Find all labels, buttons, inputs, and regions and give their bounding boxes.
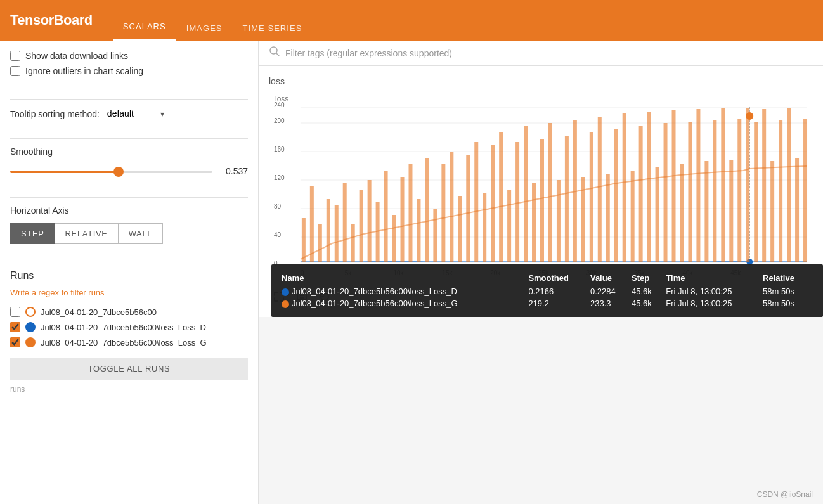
smoothing-slider[interactable] (10, 171, 212, 173)
svg-rect-80 (721, 108, 725, 262)
run-item-3: Jul08_04-01-20_7dbce5b56c00\loss_Loss_G (10, 337, 248, 347)
tooltip-cell-step-2: 45.6k (632, 297, 666, 309)
svg-rect-54 (507, 190, 511, 262)
smoothing-value: 0.537 (217, 166, 248, 178)
svg-text:40: 40 (274, 231, 282, 238)
nav-item-scalars[interactable]: SCALARS (113, 22, 176, 41)
divider-3 (10, 197, 248, 198)
app-header: TensorBoard SCALARS IMAGES TIME SERIES (0, 0, 823, 41)
run-checkbox-2[interactable] (10, 322, 20, 332)
svg-rect-78 (704, 161, 708, 262)
tooltip-col-smoothed: Smoothed (528, 272, 590, 285)
chart-container: loss 0 40 80 120 160 200 240 (269, 91, 813, 281)
svg-rect-45 (433, 209, 437, 262)
svg-rect-33 (335, 205, 339, 262)
filter-bar (259, 41, 823, 66)
show-download-checkbox[interactable] (10, 51, 20, 61)
svg-rect-76 (688, 122, 692, 262)
divider-4 (10, 262, 248, 262)
axis-wall-button[interactable]: WALL (118, 223, 164, 244)
svg-rect-67 (614, 129, 618, 262)
horizontal-axis-label: Horizontal Axis (10, 205, 248, 216)
svg-rect-38 (376, 202, 380, 262)
svg-rect-51 (483, 193, 486, 262)
svg-rect-68 (623, 113, 626, 262)
tooltip-section: Tooltip sorting method: default ascendin… (10, 107, 248, 120)
svg-rect-36 (360, 190, 363, 262)
svg-rect-43 (417, 199, 420, 262)
tooltip-cell-time-1: Fri Jul 8, 13:00:25 (666, 285, 763, 297)
search-icon (269, 46, 280, 60)
tooltip-sorting-row: Tooltip sorting method: default ascendin… (10, 107, 248, 120)
horizontal-axis-section: Horizontal Axis STEP RELATIVE WALL (10, 205, 248, 244)
tooltip-col-relative: Relative (763, 272, 813, 285)
svg-rect-66 (606, 174, 610, 262)
tooltip-sorting-select[interactable]: default ascending descending (105, 107, 165, 120)
svg-rect-85 (762, 109, 766, 262)
smoothing-slider-wrapper (10, 164, 212, 179)
show-download-label: Show data download links (25, 51, 128, 61)
tooltip-cell-smoothed-1: 0.2166 (528, 285, 590, 297)
nav-item-images[interactable]: IMAGES (176, 23, 233, 41)
tooltip-cell-smoothed-2: 219.2 (528, 297, 590, 309)
runs-section: Runs Jul08_04-01-20_7dbce5b56c00 Jul08_0… (10, 270, 248, 494)
svg-rect-31 (318, 224, 322, 262)
axis-relative-button[interactable]: RELATIVE (55, 223, 119, 244)
svg-rect-70 (639, 126, 643, 262)
svg-rect-41 (401, 177, 405, 262)
svg-text:160: 160 (274, 146, 285, 153)
runs-title: Runs (10, 270, 248, 281)
tooltip-cell-value-1: 0.2284 (590, 285, 632, 297)
svg-rect-32 (327, 199, 330, 262)
toggle-all-button[interactable]: TOGGLE ALL RUNS (10, 358, 248, 380)
smoothing-label: Smoothing (10, 146, 248, 157)
run-checkbox-3[interactable] (10, 337, 20, 347)
tooltip-row-2: Jul08_04-01-20_7dbce5b56c00\loss_Loss_G … (282, 297, 813, 309)
run-checkbox-1[interactable] (10, 307, 20, 317)
chart-card-title: loss (269, 76, 813, 86)
divider-2 (10, 138, 248, 139)
smoothing-section: Smoothing 0.537 (10, 146, 248, 179)
svg-rect-44 (425, 158, 429, 262)
svg-rect-65 (598, 117, 602, 262)
tooltip-cell-step-1: 45.6k (632, 285, 666, 297)
run-label-1: Jul08_04-01-20_7dbce5b56c00 (41, 307, 157, 317)
svg-rect-57 (532, 183, 536, 262)
svg-text:200: 200 (274, 117, 285, 124)
sidebar: Show data download links Ignore outliers… (0, 41, 259, 504)
ignore-outliers-checkbox[interactable] (10, 66, 20, 76)
main-layout: Show data download links Ignore outliers… (0, 41, 823, 504)
svg-rect-81 (729, 160, 733, 262)
sidebar-footer: runs (10, 385, 248, 394)
tooltip-cell-relative-1: 58m 50s (763, 285, 813, 297)
tooltip-cell-time-2: Fri Jul 8, 13:00:25 (666, 297, 763, 309)
tooltip-col-step: Step (632, 272, 666, 285)
axis-step-button[interactable]: STEP (10, 223, 55, 244)
divider-1 (10, 99, 248, 100)
svg-rect-40 (392, 215, 396, 262)
axis-buttons: STEP RELATIVE WALL (10, 223, 248, 244)
svg-rect-72 (656, 167, 659, 262)
svg-rect-74 (672, 110, 676, 262)
svg-rect-42 (408, 164, 412, 262)
run-item-1: Jul08_04-01-20_7dbce5b56c00 (10, 307, 248, 317)
svg-rect-64 (590, 132, 593, 262)
svg-rect-30 (310, 186, 314, 262)
svg-rect-82 (737, 119, 741, 262)
svg-text:80: 80 (274, 203, 282, 210)
svg-rect-88 (787, 108, 791, 262)
tooltip-sorting-label: Tooltip sorting method: (10, 109, 100, 119)
options-section: Show data download links Ignore outliers… (10, 51, 248, 81)
svg-rect-59 (548, 123, 552, 262)
tooltip-sorting-wrapper: default ascending descending ▾ (105, 107, 165, 120)
tooltip-cell-name-1: Jul08_04-01-20_7dbce5b56c00\loss_Loss_D (282, 285, 528, 297)
nav-item-time-series[interactable]: TIME SERIES (233, 23, 313, 41)
svg-rect-77 (696, 109, 700, 262)
svg-rect-39 (384, 171, 388, 262)
filter-tags-input[interactable] (285, 48, 813, 58)
svg-rect-48 (458, 196, 462, 262)
runs-filter-input[interactable] (10, 287, 248, 299)
chart-area: loss loss 0 40 80 120 160 200 240 (259, 66, 823, 504)
svg-rect-71 (647, 112, 651, 262)
main-nav: SCALARS IMAGES TIME SERIES (113, 0, 313, 41)
